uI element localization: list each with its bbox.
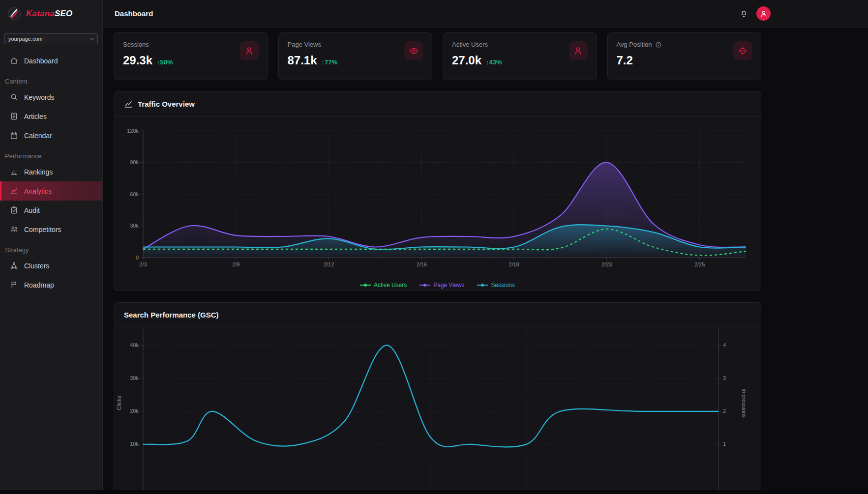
svg-text:40k: 40k [130, 342, 139, 348]
svg-text:2/9: 2/9 [232, 262, 239, 267]
stat-card-page-views: Page Views 87.1k ↑77% [278, 32, 433, 80]
sidebar-item-label: Articles [24, 113, 47, 120]
stat-icon-badge [240, 41, 259, 60]
stat-value: 27.0k [452, 54, 481, 67]
chart-svg: 030k60k90k120k2/32/92/122/162/182/232/25 [114, 117, 761, 279]
legend-item-page-views[interactable]: Page Views [419, 282, 464, 289]
horizontal-scrollbar[interactable] [0, 490, 868, 494]
sidebar-item-clusters[interactable]: Clusters [0, 256, 102, 275]
stat-icon-badge [733, 41, 752, 60]
legend-label: Sessions [491, 282, 515, 289]
svg-text:Impressions: Impressions [741, 388, 747, 418]
svg-text:60k: 60k [130, 191, 139, 197]
avatar[interactable] [756, 6, 771, 21]
stat-label: Page Views [288, 41, 423, 48]
domain-selector: yourpage.com [4, 33, 98, 44]
domain-select[interactable]: yourpage.com [4, 33, 98, 44]
sidebar-item-label: Competitors [24, 226, 61, 233]
brand-secondary: SEO [55, 9, 73, 18]
sidebar-item-label: Clusters [24, 262, 49, 270]
svg-text:1: 1 [723, 441, 726, 447]
stat-card-active-users: Active Users 27.0k ↑43% [443, 32, 597, 80]
user-icon [760, 10, 768, 18]
svg-text:2: 2 [723, 408, 726, 414]
katanaseo-logo-icon [7, 6, 22, 21]
info-icon[interactable] [655, 41, 662, 48]
sidebar-section-performance: Performance [0, 145, 102, 162]
sidebar-item-audit[interactable]: Audit [0, 201, 102, 220]
traffic-overview-chart: 030k60k90k120k2/32/92/122/162/182/232/25 [114, 117, 761, 279]
sidebar-item-rankings[interactable]: Rankings [0, 162, 102, 181]
user-icon [244, 46, 254, 56]
app-logo: KatanaSEO [0, 0, 102, 28]
sidebar-item-label: Dashboard [24, 57, 58, 65]
stat-delta: ↑50% [157, 58, 173, 66]
stat-icon-badge [404, 41, 423, 60]
top-header: Dashboard [103, 0, 868, 28]
sidebar-item-analytics[interactable]: Analytics [0, 181, 102, 201]
brand-name: KatanaSEO [26, 9, 72, 19]
article-icon [10, 112, 18, 120]
legend-marker-icon [419, 283, 430, 288]
home-icon [10, 57, 18, 65]
header-actions [740, 6, 771, 21]
panel-title: Traffic Overview [138, 100, 195, 108]
svg-text:120k: 120k [127, 128, 139, 134]
bell-icon[interactable] [740, 9, 748, 18]
sidebar-nav: Dashboard Content Keywords Articles Cale… [0, 51, 102, 294]
sidebar-item-roadmap[interactable]: Roadmap [0, 275, 102, 294]
sidebar: KatanaSEO yourpage.com Dashboard Content… [0, 0, 103, 494]
panel-header: Search Performance (GSC) [114, 303, 761, 327]
stat-card-avg-position: Avg Position 7.2 [607, 32, 762, 80]
sidebar-item-competitors[interactable]: Competitors [0, 220, 102, 239]
stat-cards: Sessions 29.3k ↑50% Page Views 87.1k ↑77… [114, 32, 761, 80]
clipboard-icon [10, 206, 18, 214]
legend-item-sessions[interactable]: Sessions [477, 282, 515, 289]
svg-text:Clicks: Clicks [116, 396, 122, 410]
calendar-icon [10, 131, 18, 140]
sidebar-item-dashboard[interactable]: Dashboard [0, 51, 102, 70]
eye-icon [409, 46, 419, 56]
stat-label: Avg Position [617, 41, 752, 48]
svg-text:2/3: 2/3 [139, 262, 147, 267]
stat-value: 7.2 [617, 54, 633, 67]
svg-text:2/16: 2/16 [417, 262, 427, 267]
stat-delta: ↑43% [486, 58, 502, 66]
sidebar-section-strategy: Strategy [0, 239, 102, 256]
sidebar-item-articles[interactable]: Articles [0, 107, 102, 126]
bar-chart-icon [10, 168, 18, 176]
legend-marker-icon [477, 283, 488, 288]
line-chart-icon [124, 100, 133, 109]
main-content: Sessions 29.3k ↑50% Page Views 87.1k ↑77… [103, 28, 868, 494]
sidebar-item-keywords[interactable]: Keywords [0, 87, 102, 107]
brand-primary: Katana [26, 9, 55, 18]
svg-text:2/25: 2/25 [694, 262, 705, 267]
network-icon [10, 262, 18, 270]
sidebar-item-label: Audit [24, 206, 40, 214]
sidebar-item-calendar[interactable]: Calendar [0, 126, 102, 145]
sidebar-item-label: Calendar [24, 132, 52, 140]
sidebar-item-label: Keywords [24, 93, 54, 101]
legend-label: Active Users [374, 282, 407, 289]
svg-text:2/23: 2/23 [601, 262, 612, 267]
svg-text:10k: 10k [130, 441, 139, 447]
svg-text:4: 4 [723, 342, 726, 348]
svg-text:30k: 30k [130, 223, 139, 229]
panel-title: Search Performance (GSC) [124, 311, 219, 319]
search-performance-panel: Search Performance (GSC) 10k20k30k40k123… [114, 302, 761, 494]
users-icon [10, 225, 18, 233]
line-chart-icon [10, 187, 18, 195]
search-performance-chart: 10k20k30k40k1234ClicksImpressions [114, 327, 761, 494]
sidebar-section-content: Content [0, 70, 102, 87]
panel-header: Traffic Overview [114, 91, 761, 117]
stat-label: Active Users [452, 41, 588, 48]
page-title: Dashboard [115, 9, 153, 18]
svg-text:2/12: 2/12 [324, 262, 334, 267]
svg-text:30k: 30k [130, 375, 139, 381]
svg-text:90k: 90k [130, 159, 139, 165]
chart-legend: Active Users Page Views Sessions [114, 279, 761, 291]
stat-card-sessions: Sessions 29.3k ↑50% [114, 32, 268, 80]
legend-item-active-users[interactable]: Active Users [360, 282, 407, 289]
stat-value: 87.1k [288, 54, 317, 67]
stat-icon-badge [569, 41, 588, 60]
